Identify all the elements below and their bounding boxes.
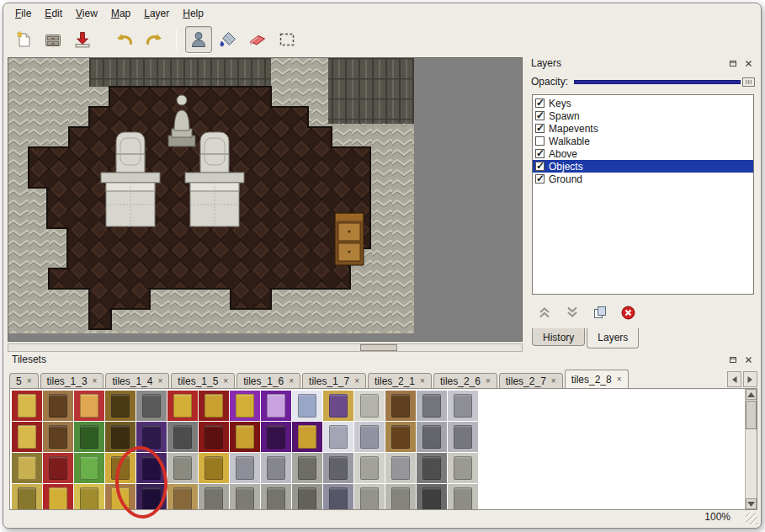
tab-close-icon[interactable]: × bbox=[289, 377, 294, 386]
tab-close-icon[interactable]: × bbox=[223, 377, 228, 386]
scroll-down-button[interactable] bbox=[746, 498, 757, 509]
dock-tab-history[interactable]: History bbox=[532, 328, 585, 346]
eraser-button[interactable] bbox=[244, 26, 271, 53]
opacity-slider[interactable] bbox=[574, 76, 755, 88]
menu-view[interactable]: View bbox=[69, 5, 104, 22]
layer-row-keys[interactable]: Keys bbox=[533, 97, 753, 109]
menu-file[interactable]: File bbox=[8, 5, 38, 22]
tileset-tile[interactable] bbox=[385, 484, 416, 510]
layer-row-spawn[interactable]: Spawn bbox=[533, 109, 753, 122]
layer-row-mapevents[interactable]: Mapevents bbox=[533, 122, 753, 135]
tileset-tile[interactable] bbox=[354, 484, 385, 510]
tileset-tile[interactable] bbox=[12, 422, 42, 452]
tileset-tile[interactable] bbox=[448, 484, 478, 510]
tileset-tile[interactable] bbox=[417, 391, 447, 421]
tileset-tile[interactable] bbox=[74, 484, 104, 510]
tileset-tile[interactable] bbox=[12, 391, 42, 421]
tileset-tile[interactable] bbox=[74, 422, 104, 452]
tileset-tab-tiles_1_6[interactable]: tiles_1_6× bbox=[236, 373, 300, 389]
tab-close-icon[interactable]: × bbox=[27, 377, 32, 386]
tileset-tile[interactable] bbox=[199, 484, 229, 510]
new-button[interactable] bbox=[10, 26, 37, 53]
tileset-tile[interactable] bbox=[43, 453, 73, 483]
tileset-tile[interactable] bbox=[230, 484, 260, 510]
tileset-tile[interactable] bbox=[43, 422, 73, 452]
opacity-slider-handle[interactable] bbox=[742, 77, 755, 87]
scroll-up-button[interactable] bbox=[746, 389, 757, 400]
tileset-tile[interactable] bbox=[167, 391, 198, 421]
tileset-tile[interactable] bbox=[385, 453, 416, 483]
tileset-tile[interactable] bbox=[292, 484, 322, 510]
undo-button[interactable] bbox=[111, 26, 138, 53]
tileset-tab-tiles_1_4[interactable]: tiles_1_4× bbox=[105, 373, 169, 389]
select-button[interactable] bbox=[274, 26, 300, 53]
layer-row-objects[interactable]: Objects bbox=[533, 160, 753, 173]
menu-help[interactable]: Help bbox=[176, 5, 210, 22]
horizontal-scrollbar-thumb[interactable] bbox=[360, 344, 397, 351]
menu-edit[interactable]: Edit bbox=[38, 5, 69, 22]
layer-row-ground[interactable]: Ground bbox=[533, 173, 753, 185]
tileset-tile[interactable] bbox=[136, 484, 167, 510]
tileset-tile[interactable] bbox=[136, 391, 167, 421]
tileset-tab-5[interactable]: 5× bbox=[9, 373, 39, 389]
tileset-tile[interactable] bbox=[230, 391, 260, 421]
tab-close-icon[interactable]: × bbox=[93, 377, 98, 386]
layer-visibility-checkbox[interactable] bbox=[535, 136, 545, 146]
tileset-tile[interactable] bbox=[105, 422, 135, 452]
tab-close-icon[interactable]: × bbox=[420, 377, 425, 386]
fill-button[interactable] bbox=[215, 26, 242, 53]
menu-map[interactable]: Map bbox=[104, 5, 137, 22]
tileset-tile[interactable] bbox=[417, 453, 447, 483]
layer-row-walkable[interactable]: Walkable bbox=[533, 135, 753, 147]
tileset-tab-tiles_1_5[interactable]: tiles_1_5× bbox=[171, 373, 235, 389]
layer-row-above[interactable]: Above bbox=[533, 147, 753, 160]
layer-move-down-button[interactable] bbox=[563, 303, 582, 322]
layer-visibility-checkbox[interactable] bbox=[535, 162, 545, 171]
tileset-tab-tiles_2_7[interactable]: tiles_2_7× bbox=[499, 373, 563, 389]
tileset-tile[interactable] bbox=[74, 453, 104, 483]
tabs-scroll-left-button[interactable] bbox=[727, 371, 741, 387]
tileset-tile[interactable] bbox=[230, 453, 260, 483]
tileset-tile[interactable] bbox=[385, 391, 416, 421]
tab-close-icon[interactable]: × bbox=[486, 377, 491, 386]
tileset-tab-tiles_1_7[interactable]: tiles_1_7× bbox=[302, 373, 366, 389]
vertical-scrollbar-thumb[interactable] bbox=[746, 401, 757, 429]
close-panel-button[interactable] bbox=[742, 57, 755, 70]
tileset-tile[interactable] bbox=[448, 453, 478, 483]
canvas-horizontal-scrollbar[interactable] bbox=[8, 343, 523, 352]
layer-visibility-checkbox[interactable] bbox=[535, 149, 545, 158]
tileset-tile[interactable] bbox=[167, 484, 198, 510]
tileset-tile[interactable] bbox=[323, 484, 353, 510]
tileset-tile[interactable] bbox=[261, 391, 291, 421]
tileset-tile[interactable] bbox=[167, 422, 198, 452]
layer-delete-button[interactable] bbox=[619, 303, 637, 322]
layer-visibility-checkbox[interactable] bbox=[535, 111, 545, 120]
layer-visibility-checkbox[interactable] bbox=[535, 124, 545, 133]
stamp-button[interactable] bbox=[185, 26, 212, 53]
tileset-tile[interactable] bbox=[43, 391, 73, 421]
tileset-tile[interactable] bbox=[12, 453, 42, 483]
tileset-tile[interactable] bbox=[74, 391, 104, 421]
save-button[interactable] bbox=[69, 26, 96, 53]
tileset-tile[interactable] bbox=[199, 422, 229, 452]
tileset-tile[interactable] bbox=[323, 422, 353, 452]
tileset-tile[interactable] bbox=[385, 422, 416, 452]
tileset-tile[interactable] bbox=[261, 484, 291, 510]
tileset-tab-tiles_2_8[interactable]: tiles_2_8× bbox=[565, 370, 629, 389]
tileset-tile[interactable] bbox=[261, 422, 291, 452]
tileset-tile[interactable] bbox=[323, 391, 353, 421]
tileset-tile[interactable] bbox=[323, 453, 353, 483]
tab-close-icon[interactable]: × bbox=[617, 375, 622, 384]
tileset-tile[interactable] bbox=[354, 453, 385, 483]
tileset-tile[interactable] bbox=[105, 453, 135, 483]
tab-close-icon[interactable]: × bbox=[551, 377, 556, 386]
tileset-tile[interactable] bbox=[292, 422, 322, 452]
tileset-tile[interactable] bbox=[167, 453, 198, 483]
tileset-tile[interactable] bbox=[199, 453, 229, 483]
tileset-tile[interactable] bbox=[261, 453, 291, 483]
map-image[interactable] bbox=[8, 58, 414, 333]
tileset-tile[interactable] bbox=[105, 484, 135, 510]
tileset-tile[interactable] bbox=[12, 484, 42, 510]
open-button[interactable] bbox=[40, 26, 66, 53]
float-panel-button[interactable] bbox=[727, 354, 740, 366]
